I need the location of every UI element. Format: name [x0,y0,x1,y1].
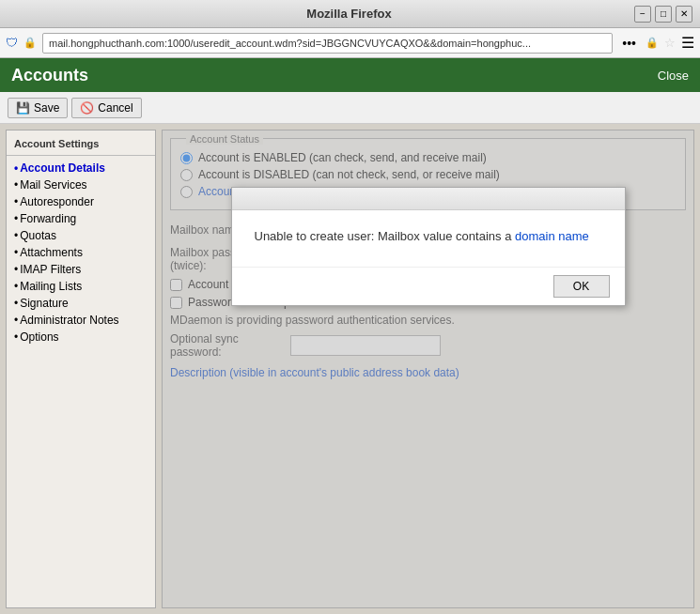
sidebar-item-forwarding[interactable]: Forwarding [7,210,155,227]
title-bar: Mozilla Firefox − □ ✕ [0,0,700,28]
restore-button[interactable]: □ [655,6,672,23]
app-header: Accounts Close [0,58,700,92]
save-button[interactable]: 💾 Save [8,98,68,118]
dialog-body: Unable to create user: Mailbox value con… [232,210,625,267]
sidebar-item-attachments[interactable]: Attachments [7,244,155,261]
dialog-message-start: Unable to create user: Mailbox value con… [255,229,516,243]
right-panel: Account Status Account is ENABLED (can c… [162,130,694,608]
sidebar-item-imap-filters[interactable]: IMAP Filters [7,261,155,278]
shield2-icon: 🔒 [646,37,659,49]
sidebar-item-admin-notes[interactable]: Administrator Notes [7,312,155,329]
cancel-icon: 🚫 [80,101,94,115]
dialog-box: Unable to create user: Mailbox value con… [231,187,626,306]
dialog-domain-link[interactable]: domain name [515,229,589,243]
sidebar-item-mailing-lists[interactable]: Mailing Lists [7,278,155,295]
save-icon: 💾 [16,101,30,115]
bookmark-icon[interactable]: ☆ [664,36,676,50]
dialog-header [232,188,625,210]
sidebar-item-quotas[interactable]: Quotas [7,227,155,244]
address-input[interactable] [42,33,613,54]
address-bar: 🛡 🔒 ••• 🔒 ☆ ☰ [0,28,700,58]
shield-icon: 🛡 [6,36,18,50]
sidebar-item-signature[interactable]: Signature [7,295,155,312]
app-close-button[interactable]: Close [658,69,689,83]
close-window-button[interactable]: ✕ [676,6,692,23]
main-content: Account Settings Account Details Mail Se… [0,124,700,614]
sidebar-title: Account Settings [7,136,155,156]
lock-icon: 🔒 [23,37,37,49]
app-title: Accounts [11,66,88,85]
sidebar: Account Settings Account Details Mail Se… [6,130,156,608]
window-title: Mozilla Firefox [64,7,634,21]
minimize-button[interactable]: − [634,6,651,23]
dialog-footer: OK [232,267,625,305]
sidebar-item-autoresponder[interactable]: Autoresponder [7,193,155,210]
window-controls: − □ ✕ [634,6,692,23]
ok-button[interactable]: OK [553,275,610,298]
menu-icon[interactable]: ☰ [681,34,694,52]
sidebar-item-account-details[interactable]: Account Details [7,160,155,177]
dialog-overlay: Unable to create user: Mailbox value con… [163,130,693,607]
toolbar: 💾 Save 🚫 Cancel [0,92,700,124]
cancel-button[interactable]: 🚫 Cancel [71,98,141,118]
sidebar-item-options[interactable]: Options [7,329,155,345]
sidebar-item-mail-services[interactable]: Mail Services [7,177,155,193]
more-button[interactable]: ••• [618,36,640,51]
